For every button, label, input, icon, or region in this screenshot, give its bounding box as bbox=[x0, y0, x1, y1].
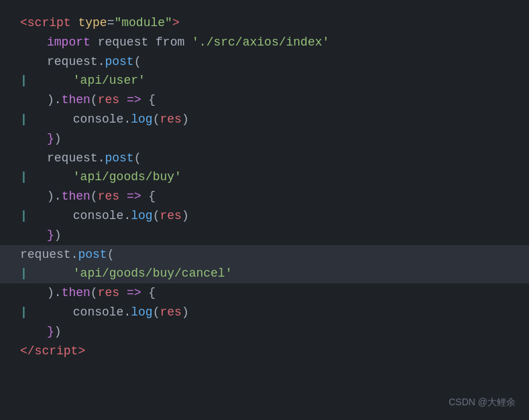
api-path-1: 'api/user' bbox=[73, 71, 145, 90]
code-line-13: request.post( bbox=[0, 245, 529, 265]
vertical-bar: | bbox=[20, 303, 27, 322]
tag-open: <script bbox=[20, 13, 78, 33]
code-line-6: |console.log(res) bbox=[20, 110, 509, 129]
code-line-11: |console.log(res) bbox=[20, 206, 509, 226]
closing-tag: </script> bbox=[20, 342, 85, 361]
vertical-bar: | bbox=[20, 167, 27, 187]
method-post: post bbox=[105, 52, 133, 72]
import-path: './src/axios/index' bbox=[192, 33, 329, 52]
close-bracket: } bbox=[47, 129, 54, 149]
code-line-9: |'api/goods/buy' bbox=[20, 167, 509, 187]
code-line-14: |'api/goods/buy/cancel' bbox=[0, 264, 529, 283]
api-path-3: 'api/goods/buy/cancel' bbox=[73, 264, 233, 283]
attr-type: type bbox=[78, 13, 107, 33]
code-line-1: <script type="module"> bbox=[20, 13, 509, 33]
code-line-2: import request from './src/axios/index' bbox=[47, 33, 509, 52]
keyword-import: import bbox=[47, 33, 98, 52]
vertical-bar: | bbox=[20, 206, 27, 226]
attr-value: "module" bbox=[114, 13, 172, 33]
api-path-2: 'api/goods/buy' bbox=[73, 167, 182, 187]
code-line-16: |console.log(res) bbox=[20, 303, 509, 322]
code-line-18: </script> bbox=[20, 342, 509, 361]
code-line-15: ).then(res => { bbox=[47, 283, 509, 303]
keyword-then: then bbox=[62, 90, 91, 110]
param-res: res bbox=[98, 90, 119, 110]
watermark: CSDN @大鲤余 bbox=[449, 395, 516, 409]
code-line-3: request.post( bbox=[47, 52, 509, 72]
code-line-8: request.post( bbox=[47, 149, 509, 168]
code-line-17: }) bbox=[47, 322, 509, 342]
func-log: log bbox=[131, 110, 152, 129]
code-line-7: }) bbox=[47, 129, 509, 149]
code-line-4: |'api/user' bbox=[20, 71, 509, 90]
code-line-12: }) bbox=[47, 226, 509, 245]
code-block: <script type="module"> import request fr… bbox=[0, 0, 529, 420]
vertical-bar: | bbox=[20, 264, 27, 283]
code-line-5: ).then(res => { bbox=[47, 90, 509, 110]
code-line-10: ).then(res => { bbox=[47, 187, 509, 206]
vertical-bar: | bbox=[20, 110, 27, 129]
vertical-bar: | bbox=[20, 71, 27, 90]
